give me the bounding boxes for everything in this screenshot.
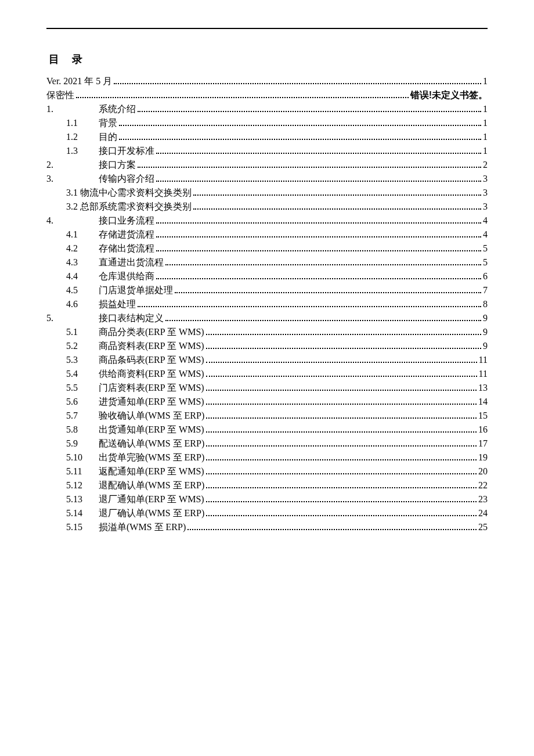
toc-entry-label: 进货通知单(ERP 至 WMS) [99,395,204,409]
toc-leader-dots [165,258,481,265]
toc-entry-page: 11 [479,367,488,381]
toc-entry[interactable]: 4.6损益处理8 [46,297,488,311]
toc-leader-dots [206,481,477,488]
toc-leader-dots [156,272,481,279]
toc-entry-label: 商品资料表(ERP 至 WMS) [99,339,204,353]
toc-entry-page: 24 [478,506,488,520]
toc-entry-page: 3 [483,200,488,214]
toc-entry-page: 1 [483,74,488,88]
toc-leader-dots [206,369,477,377]
toc-entry-label: 门店资料表(ERP 至 WMS) [99,381,204,395]
toc-entry-subsection: 4.2 [66,242,99,255]
toc-entry-subsection: 4.3 [66,255,99,269]
toc-entry[interactable]: 2.接口方案2 [46,158,488,172]
toc-leader-dots [114,77,481,84]
toc-entry-label: 损益处理 [99,297,136,311]
toc-entry[interactable]: 5.8出货通知单(ERP 至 WMS)16 [46,423,488,437]
toc-entry[interactable]: 5.2商品资料表(ERP 至 WMS)9 [46,339,488,353]
toc-entry[interactable]: 3.2 总部系统需求资料交换类别3 [46,200,488,214]
toc-entry[interactable]: 5.3商品条码表(ERP 至 WMS)11 [46,353,488,367]
toc-entry[interactable]: 1.1背景1 [46,116,488,130]
toc-entry-subsection: 4.1 [66,228,99,242]
toc-entry-label: 系统介绍 [99,102,136,116]
toc-leader-dots [206,327,481,335]
toc-leader-dots [156,174,481,182]
toc-entry[interactable]: 1.3接口开发标准1 [46,144,488,158]
toc-entry-page: 15 [478,409,488,423]
toc-entry-page: 19 [478,451,488,465]
toc-entry-label: 背景 [99,116,117,130]
toc-entry-subsection: 5.9 [66,437,99,451]
toc-entry-page: 1 [483,102,488,116]
toc-leader-dots [206,425,477,433]
toc-entry-page: 8 [483,297,488,311]
toc-entry-label: 接口业务流程 [99,214,154,228]
toc-entry[interactable]: 5.14退厂确认单(WMS 至 ERP)24 [46,506,488,520]
toc-leader-dots [206,509,477,516]
toc-entry[interactable]: 5.7验收确认单(WMS 至 ERP)15 [46,409,488,423]
toc-heading: 目录 [49,52,488,66]
toc-entry-label: 3.2 总部系统需求资料交换类别 [66,200,192,214]
toc-leader-dots [76,91,409,98]
toc-entry[interactable]: 3.1 物流中心需求资料交换类别3 [46,186,488,200]
toc-entry-subsection: 5.8 [66,423,99,437]
toc-entry-page: 22 [478,478,488,492]
toc-entry-label: 传输内容介绍 [99,172,154,186]
toc-entry-label: 仓库退供给商 [99,269,154,283]
toc-entry[interactable]: 4.1存储进货流程4 [46,228,488,242]
toc-entry-label: 门店退货单据处理 [99,283,173,297]
toc-entry-subsection: 1.2 [66,130,99,144]
toc-entry[interactable]: 5.11返配通知单(ERP 至 WMS)20 [46,465,488,478]
toc-entry[interactable]: 5.13退厂通知单(ERP 至 WMS)23 [46,492,488,506]
toc-leader-dots [193,188,481,196]
toc-leader-dots [138,160,481,168]
toc-leader-dots [206,355,477,363]
toc-entry-subsection: 5.10 [66,451,99,465]
toc-entry-section: 3. [46,172,66,186]
toc-leader-dots [156,216,481,224]
toc-entry[interactable]: 1.系统介绍1 [46,102,488,116]
toc-entry-subsection: 5.13 [66,492,99,506]
toc-entry[interactable]: 5.9配送确认单(WMS 至 ERP)17 [46,437,488,451]
toc-entry-page: 1 [483,130,488,144]
toc-entry[interactable]: 5.4供给商资料(ERP 至 WMS)11 [46,367,488,381]
toc-entry[interactable]: 4.4仓库退供给商6 [46,269,488,283]
toc-entry[interactable]: 5.6进货通知单(ERP 至 WMS)14 [46,395,488,409]
toc-entry-label: 接口开发标准 [99,144,154,158]
toc-entry[interactable]: 5.10出货单完验(WMS 至 ERP)19 [46,451,488,465]
toc-entry[interactable]: 保密性错误!未定义书签。 [46,88,488,102]
toc-entry[interactable]: 4.接口业务流程4 [46,214,488,228]
toc-entry-page: 20 [478,465,488,478]
toc-entry[interactable]: 4.3直通进出货流程5 [46,255,488,269]
toc-entry[interactable]: Ver. 2021 年 5 月1 [46,74,488,88]
toc-entry-subsection: 5.15 [66,520,99,534]
toc-entry-page: 4 [483,228,488,242]
toc-entry-label: 直通进出货流程 [99,255,164,269]
toc-entry[interactable]: 5.12退配确认单(WMS 至 ERP)22 [46,478,488,492]
toc-entry-label: Ver. 2021 年 5 月 [46,74,112,88]
toc-entry[interactable]: 5.接口表结构定义9 [46,311,488,325]
toc-entry-section: 4. [46,214,66,228]
toc-entry-page: 9 [483,325,488,339]
toc-entry[interactable]: 3.传输内容介绍3 [46,172,488,186]
toc-entry-subsection: 5.7 [66,409,99,423]
toc-entry[interactable]: 1.2目的1 [46,130,488,144]
toc-leader-dots [138,105,481,112]
toc-leader-dots [119,132,481,140]
toc-entry-page: 5 [483,255,488,269]
toc-entry-subsection: 5.1 [66,325,99,339]
toc-entry-subsection: 5.12 [66,478,99,492]
toc-leader-dots [175,286,481,293]
toc-entry-page: 2 [483,158,488,172]
toc-entry-label: 商品分类表(ERP 至 WMS) [99,325,204,339]
toc-entry[interactable]: 5.15损溢单(WMS 至 ERP)25 [46,520,488,534]
toc-leader-dots [206,341,481,349]
toc-entry[interactable]: 4.5门店退货单据处理7 [46,283,488,297]
toc-entry[interactable]: 5.5门店资料表(ERP 至 WMS)13 [46,381,488,395]
toc-entry[interactable]: 5.1商品分类表(ERP 至 WMS)9 [46,325,488,339]
toc-entry-page: 6 [483,269,488,283]
toc-entry[interactable]: 4.2存储出货流程5 [46,242,488,255]
toc-entry-label: 接口方案 [99,158,136,172]
toc-leader-dots [206,411,477,419]
toc-entry-label: 退配确认单(WMS 至 ERP) [99,478,204,492]
